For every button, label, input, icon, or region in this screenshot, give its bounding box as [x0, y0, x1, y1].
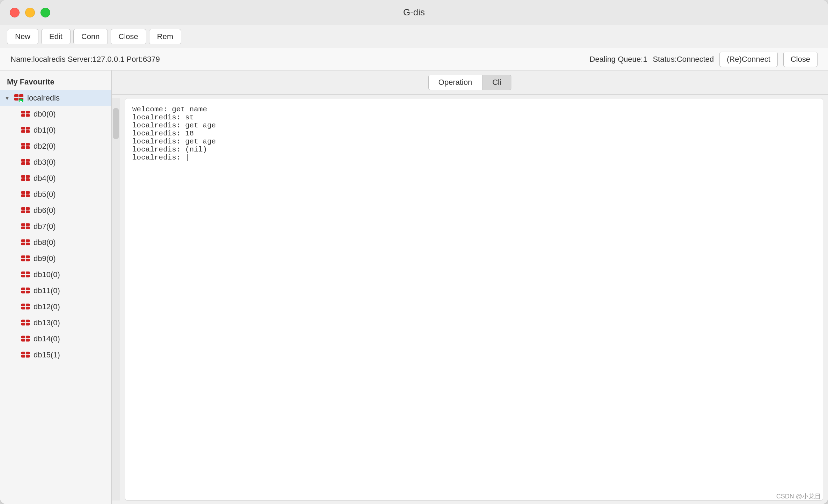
db-label: db12(0)	[34, 302, 60, 311]
db-label: db13(0)	[34, 318, 60, 327]
svg-rect-68	[21, 355, 25, 357]
redis-db-icon	[21, 303, 30, 311]
db-label: db3(0)	[34, 158, 56, 167]
sidebar-item-db151[interactable]: db15(1)	[0, 347, 111, 363]
tab-cli[interactable]: Cli	[482, 75, 511, 90]
sidebar-root-node[interactable]: ▾ ▶ localredis	[0, 90, 111, 106]
svg-rect-21	[26, 162, 30, 165]
svg-text:▶: ▶	[20, 99, 23, 102]
sidebar-item-db120[interactable]: db12(0)	[0, 299, 111, 315]
svg-rect-6	[21, 111, 25, 113]
db-label: db1(0)	[34, 126, 56, 135]
close-button[interactable]: Close	[111, 29, 146, 44]
svg-rect-67	[26, 352, 30, 354]
app-window: G-dis New Edit Conn Close Rem Name:local…	[0, 0, 828, 504]
main-content: My Favourite ▾ ▶ l	[0, 71, 828, 504]
svg-rect-34	[21, 223, 25, 226]
redis-db-icon	[21, 287, 30, 295]
redis-db-icon	[21, 207, 30, 214]
sidebar: My Favourite ▾ ▶ l	[0, 71, 112, 504]
cli-line: localredis: st	[132, 113, 816, 121]
sidebar-item-db60[interactable]: db6(0)	[0, 202, 111, 218]
toolbar: New Edit Conn Close Rem	[0, 25, 828, 48]
svg-rect-32	[21, 210, 25, 213]
scroll-divider	[112, 98, 120, 501]
svg-rect-37	[26, 227, 30, 229]
sidebar-item-db30[interactable]: db3(0)	[0, 154, 111, 170]
titlebar: G-dis	[0, 0, 828, 25]
sidebar-item-db50[interactable]: db5(0)	[0, 186, 111, 202]
redis-db-icon	[21, 335, 30, 343]
connection-close-button[interactable]: Close	[783, 52, 818, 67]
cli-line: localredis:	[132, 154, 816, 162]
sidebar-item-db10[interactable]: db1(0)	[0, 122, 111, 138]
new-button[interactable]: New	[7, 29, 38, 44]
svg-rect-47	[26, 272, 30, 274]
svg-rect-48	[21, 275, 25, 277]
svg-rect-66	[21, 352, 25, 354]
redis-icon: ▶	[14, 94, 24, 102]
svg-rect-28	[21, 194, 25, 197]
svg-rect-17	[26, 146, 30, 149]
cli-area-wrapper: Welcome: get namelocalredis: stlocalredi…	[112, 95, 828, 504]
svg-rect-69	[26, 355, 30, 357]
svg-rect-11	[26, 127, 30, 129]
connection-status: Status:Connected	[653, 55, 714, 64]
sidebar-item-db00[interactable]: db0(0)	[0, 106, 111, 122]
sidebar-item-db140[interactable]: db14(0)	[0, 331, 111, 347]
svg-rect-24	[21, 178, 25, 181]
svg-rect-54	[21, 304, 25, 306]
traffic-lights	[10, 8, 50, 17]
db-label: db6(0)	[34, 206, 56, 215]
svg-rect-46	[21, 272, 25, 274]
svg-rect-45	[26, 259, 30, 261]
svg-rect-22	[21, 175, 25, 178]
root-node-label: localredis	[27, 94, 60, 103]
conn-button[interactable]: Conn	[73, 29, 108, 44]
svg-rect-23	[26, 175, 30, 178]
sidebar-item-db80[interactable]: db8(0)	[0, 235, 111, 251]
redis-db-icon	[21, 223, 30, 230]
svg-rect-1	[19, 94, 23, 97]
svg-rect-40	[21, 243, 25, 245]
db-label: db2(0)	[34, 142, 56, 151]
sidebar-item-db130[interactable]: db13(0)	[0, 315, 111, 331]
chevron-down-icon: ▾	[6, 94, 13, 102]
sidebar-item-db110[interactable]: db11(0)	[0, 283, 111, 299]
edit-button[interactable]: Edit	[41, 29, 71, 44]
cli-output[interactable]: Welcome: get namelocalredis: stlocalredi…	[125, 98, 823, 501]
reconnect-button[interactable]: (Re)Connect	[719, 52, 778, 67]
sidebar-item-db70[interactable]: db7(0)	[0, 218, 111, 235]
svg-rect-30	[21, 207, 25, 210]
sidebar-item-db100[interactable]: db10(0)	[0, 267, 111, 283]
minimize-traffic-light[interactable]	[25, 8, 35, 17]
sidebar-item-db40[interactable]: db4(0)	[0, 170, 111, 186]
svg-rect-50	[21, 288, 25, 290]
dealing-queue: Dealing Queue:1	[590, 55, 647, 64]
svg-rect-18	[21, 159, 25, 162]
svg-rect-29	[26, 194, 30, 197]
svg-rect-0	[14, 94, 19, 97]
svg-rect-25	[26, 178, 30, 181]
close-traffic-light[interactable]	[10, 8, 20, 17]
svg-rect-12	[21, 130, 25, 133]
svg-rect-56	[21, 307, 25, 309]
tab-operation[interactable]: Operation	[428, 75, 482, 90]
svg-rect-36	[21, 227, 25, 229]
svg-rect-19	[26, 159, 30, 162]
maximize-traffic-light[interactable]	[40, 8, 50, 17]
db-label: db9(0)	[34, 254, 56, 263]
svg-rect-62	[21, 336, 25, 338]
sidebar-item-db20[interactable]: db2(0)	[0, 138, 111, 154]
svg-rect-13	[26, 130, 30, 133]
scroll-thumb[interactable]	[113, 108, 119, 139]
svg-rect-15	[26, 143, 30, 146]
svg-rect-31	[26, 207, 30, 210]
rem-button[interactable]: Rem	[149, 29, 181, 44]
svg-rect-64	[21, 339, 25, 341]
sidebar-list[interactable]: ▾ ▶ localredis	[0, 90, 111, 504]
tab-bar: Operation Cli	[112, 71, 828, 95]
sidebar-item-db90[interactable]: db9(0)	[0, 251, 111, 267]
svg-rect-42	[21, 255, 25, 258]
svg-rect-57	[26, 307, 30, 309]
